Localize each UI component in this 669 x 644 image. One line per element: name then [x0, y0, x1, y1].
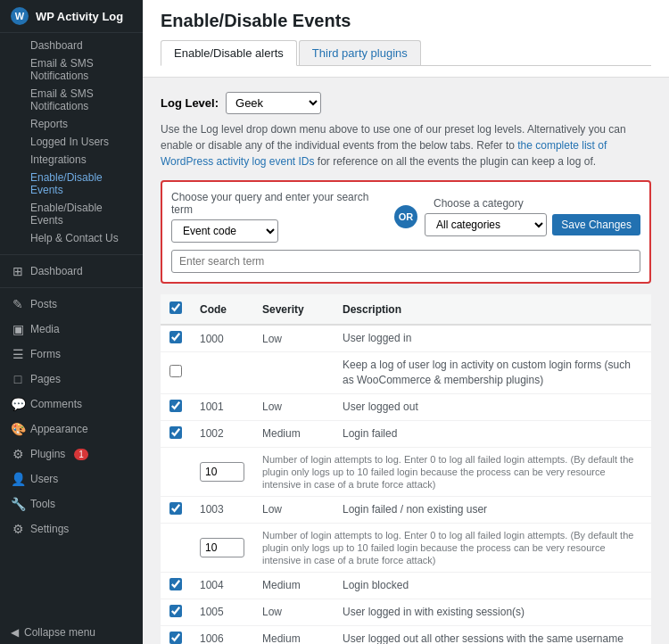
row-description: User logged out all other sessions with … [334, 625, 651, 644]
tab-third-party[interactable]: Third party plugins [299, 40, 421, 65]
sidebar-item-comments[interactable]: 💬 Comments [0, 392, 143, 417]
sidebar-item-logged-in-users[interactable]: Reports [0, 115, 143, 133]
login-attempts-input[interactable] [200, 462, 244, 482]
select-all-checkbox[interactable] [169, 301, 182, 314]
tabs: Enable/Disable alerts Third party plugin… [161, 40, 651, 66]
table-row: 1004 Medium Login blocked [161, 572, 651, 599]
sidebar-item-users[interactable]: 👤 Users [0, 466, 143, 491]
sidebar-item-users-label: Users [30, 473, 58, 485]
sidebar-item-email-sms[interactable]: Email & SMSNotifications [0, 54, 143, 85]
row-checkbox[interactable] [169, 400, 182, 412]
sidebar-item-integrations[interactable]: Logged In Users [0, 133, 143, 151]
category-select[interactable]: All categories Users Posts Media Pages C… [425, 213, 547, 236]
content-area: Log Level: Geek Basic Intermediate Exper… [143, 78, 669, 644]
events-table: Code Severity Description 1000 Low User … [161, 294, 651, 644]
row-code: 1000 [191, 325, 253, 352]
comments-icon: 💬 [11, 397, 25, 411]
sidebar-item-help[interactable]: Enable/Disable Events [0, 199, 143, 229]
row-description: User logged out [334, 393, 651, 420]
row-checkbox[interactable] [169, 365, 182, 377]
sidebar-item-enable-disable[interactable]: Enable/DisableEvents [0, 169, 143, 199]
row-checkbox-cell [161, 420, 191, 447]
row-description: User logged in [334, 325, 651, 352]
wp-logo: W [11, 7, 29, 25]
row-code: 1003 [191, 496, 253, 523]
search-box: Choose your query and enter your search … [161, 180, 651, 284]
row-severity: Low [253, 496, 334, 523]
sidebar-item-tools[interactable]: 🔧 Tools [0, 491, 143, 516]
row-checkbox[interactable] [169, 578, 182, 590]
sidebar-item-tools-label: Tools [30, 498, 55, 510]
sidebar-item-posts-label: Posts [30, 298, 57, 310]
sidebar-item-log-viewer[interactable]: Dashboard [0, 37, 143, 54]
login-attempts-input[interactable] [200, 538, 244, 557]
wp-activity-log-menu: Dashboard Email & SMSNotifications Email… [0, 33, 143, 251]
sidebar-item-comments-label: Comments [30, 398, 82, 410]
sidebar-item-settings[interactable]: Integrations [0, 151, 143, 169]
sidebar-item-posts[interactable]: ✎ Posts [0, 292, 143, 317]
row-checkbox-cell [161, 572, 191, 599]
query-section: Choose your query and enter your search … [171, 191, 387, 243]
sidebar-item-pages[interactable]: □ Pages [0, 367, 143, 392]
row-code [191, 352, 253, 394]
sidebar-item-dashboard[interactable]: ⊞ Dashboard [0, 259, 143, 284]
sidebar-item-appearance-label: Appearance [30, 423, 88, 435]
row-checkbox[interactable] [169, 632, 182, 644]
sidebar-item-media[interactable]: ▣ Media [0, 317, 143, 342]
sidebar-item-dashboard-label: Dashboard [30, 265, 83, 277]
sidebar-header: W WP Activity Log [0, 0, 143, 33]
collapse-label: Collapse menu [24, 626, 95, 639]
sidebar-item-settings2-label: Settings [30, 523, 69, 535]
table-row: 1006 Medium User logged out all other se… [161, 625, 651, 644]
log-level-select[interactable]: Geek Basic Intermediate Expert [226, 92, 321, 114]
table-header-row: Code Severity Description [161, 294, 651, 325]
query-controls: Event code Description Severity [171, 219, 387, 243]
users-icon: 👤 [11, 472, 25, 486]
row-checkbox-cell [161, 496, 191, 523]
row-checkbox-cell [161, 352, 191, 394]
sidebar-divider-1 [0, 254, 143, 255]
row-note-desc: Number of login attempts to log. Enter 0… [253, 523, 651, 572]
sidebar-item-reports[interactable]: Email & SMS Notifications [0, 85, 143, 115]
sidebar-item-account[interactable]: Help & Contact Us [0, 229, 143, 247]
plugins-icon: ⚙ [11, 447, 25, 461]
row-checkbox-cell [161, 599, 191, 625]
row-severity: Medium [253, 420, 334, 447]
row-severity: Low [253, 325, 334, 352]
posts-icon: ✎ [11, 297, 25, 311]
row-checkbox[interactable] [169, 426, 182, 439]
row-description: Login failed [334, 420, 651, 447]
plugins-badge: 1 [74, 449, 88, 460]
row-checkbox[interactable] [169, 331, 182, 343]
sidebar-item-plugins[interactable]: ⚙ Plugins 1 [0, 442, 143, 466]
row-checkbox-cell [161, 447, 191, 496]
event-code-select[interactable]: Event code Description Severity [171, 219, 278, 243]
row-checkbox-cell [161, 625, 191, 644]
sidebar-divider-2 [0, 287, 143, 288]
row-description: User logged in with existing session(s) [334, 599, 651, 625]
pages-icon: □ [11, 372, 25, 386]
tab-enable-disable-alerts[interactable]: Enable/Disable alerts [161, 40, 297, 66]
row-code: 1006 [191, 625, 253, 644]
row-checkbox-cell [161, 393, 191, 420]
row-checkbox-cell [161, 325, 191, 352]
sidebar-item-appearance[interactable]: 🎨 Appearance [0, 417, 143, 442]
save-changes-button[interactable]: Save Changes [552, 214, 640, 235]
sidebar-item-settings2[interactable]: ⚙ Settings [0, 516, 143, 541]
sidebar-item-forms[interactable]: ☰ Forms [0, 342, 143, 367]
sidebar: W WP Activity Log Dashboard Email & SMSN… [0, 0, 143, 644]
collapse-menu[interactable]: ◀ Collapse menu [0, 621, 143, 644]
appearance-icon: 🎨 [11, 422, 25, 436]
row-checkbox[interactable] [169, 605, 182, 617]
collapse-icon: ◀ [11, 626, 19, 639]
table-row: Keep a log of user log in activity on cu… [161, 352, 651, 394]
category-controls: All categories Users Posts Media Pages C… [425, 213, 640, 236]
table-row: 1005 Low User logged in with existing se… [161, 599, 651, 625]
tools-icon: 🔧 [11, 497, 25, 511]
row-checkbox[interactable] [169, 502, 182, 515]
search-input[interactable] [171, 250, 640, 273]
page-title: Enable/Disable Events [161, 11, 651, 31]
header-code: Code [191, 294, 253, 325]
sidebar-header-title: WP Activity Log [36, 10, 123, 23]
sidebar-item-pages-label: Pages [30, 373, 61, 385]
